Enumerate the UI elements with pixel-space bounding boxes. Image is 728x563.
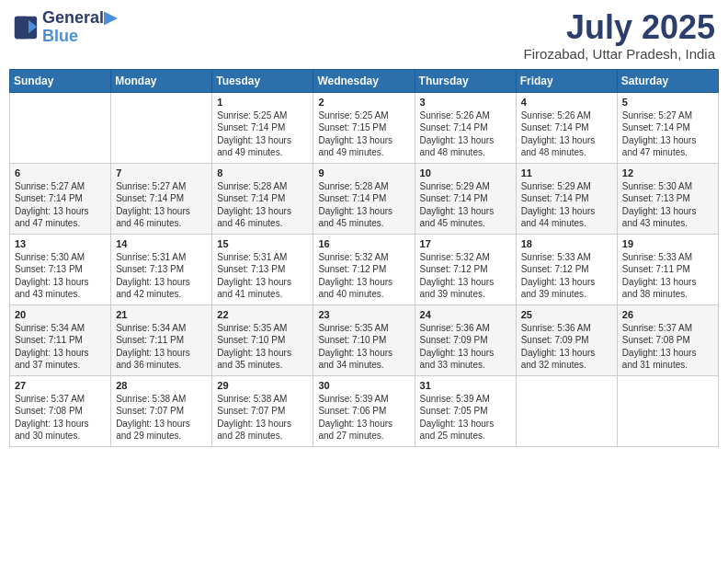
day-number: 24 — [420, 309, 511, 320]
week-row-2: 6Sunrise: 5:27 AM Sunset: 7:14 PM Daylig… — [10, 163, 719, 234]
day-content: Sunrise: 5:35 AM Sunset: 7:10 PM Dayligh… — [318, 322, 409, 372]
calendar-cell: 17Sunrise: 5:32 AM Sunset: 7:12 PM Dayli… — [415, 234, 516, 304]
day-content: Sunrise: 5:39 AM Sunset: 7:06 PM Dayligh… — [318, 393, 409, 442]
weekday-tuesday: Tuesday — [212, 69, 313, 92]
day-content: Sunrise: 5:26 AM Sunset: 7:14 PM Dayligh… — [521, 109, 612, 159]
day-content: Sunrise: 5:26 AM Sunset: 7:14 PM Dayligh… — [420, 109, 511, 159]
day-content: Sunrise: 5:39 AM Sunset: 7:05 PM Dayligh… — [420, 393, 511, 442]
weekday-header-row: SundayMondayTuesdayWednesdayThursdayFrid… — [10, 69, 719, 92]
day-number: 17 — [420, 238, 511, 249]
month-title: July 2025 — [524, 9, 715, 46]
logo: General▶ Blue — [13, 9, 117, 46]
calendar-cell: 27Sunrise: 5:37 AM Sunset: 7:08 PM Dayli… — [10, 375, 111, 446]
week-row-1: 1Sunrise: 5:25 AM Sunset: 7:14 PM Daylig… — [10, 92, 719, 163]
calendar-cell: 21Sunrise: 5:34 AM Sunset: 7:11 PM Dayli… — [111, 304, 212, 375]
day-content: Sunrise: 5:34 AM Sunset: 7:11 PM Dayligh… — [116, 322, 207, 372]
calendar-cell — [10, 92, 111, 163]
calendar-cell: 1Sunrise: 5:25 AM Sunset: 7:14 PM Daylig… — [212, 92, 313, 163]
calendar-table: SundayMondayTuesdayWednesdayThursdayFrid… — [9, 69, 719, 447]
calendar-cell: 29Sunrise: 5:38 AM Sunset: 7:07 PM Dayli… — [212, 375, 313, 446]
day-number: 29 — [217, 380, 308, 391]
calendar-cell: 15Sunrise: 5:31 AM Sunset: 7:13 PM Dayli… — [212, 234, 313, 304]
weekday-friday: Friday — [516, 69, 617, 92]
calendar-cell: 14Sunrise: 5:31 AM Sunset: 7:13 PM Dayli… — [111, 234, 212, 304]
svg-rect-2 — [15, 17, 28, 39]
day-number: 5 — [622, 97, 713, 108]
calendar-cell: 26Sunrise: 5:37 AM Sunset: 7:08 PM Dayli… — [617, 304, 718, 375]
logo-icon — [13, 15, 39, 40]
day-number: 3 — [420, 97, 511, 108]
day-number: 30 — [318, 380, 409, 391]
day-content: Sunrise: 5:27 AM Sunset: 7:14 PM Dayligh… — [116, 180, 207, 230]
day-content: Sunrise: 5:37 AM Sunset: 7:08 PM Dayligh… — [15, 393, 106, 442]
calendar-cell: 9Sunrise: 5:28 AM Sunset: 7:14 PM Daylig… — [313, 163, 415, 234]
calendar-cell — [516, 375, 617, 446]
day-content: Sunrise: 5:25 AM Sunset: 7:15 PM Dayligh… — [318, 109, 409, 159]
day-content: Sunrise: 5:36 AM Sunset: 7:09 PM Dayligh… — [420, 322, 511, 372]
day-number: 27 — [15, 380, 106, 391]
weekday-saturday: Saturday — [617, 69, 718, 92]
calendar-cell: 30Sunrise: 5:39 AM Sunset: 7:06 PM Dayli… — [313, 375, 415, 446]
title-block: July 2025 Firozabad, Uttar Pradesh, Indi… — [524, 9, 715, 62]
day-number: 13 — [15, 238, 106, 249]
calendar-cell: 24Sunrise: 5:36 AM Sunset: 7:09 PM Dayli… — [415, 304, 516, 375]
calendar-cell — [617, 375, 718, 446]
day-content: Sunrise: 5:30 AM Sunset: 7:13 PM Dayligh… — [622, 180, 713, 230]
day-number: 12 — [622, 167, 713, 178]
day-number: 31 — [420, 380, 511, 391]
day-number: 26 — [622, 309, 713, 320]
day-content: Sunrise: 5:34 AM Sunset: 7:11 PM Dayligh… — [15, 322, 106, 372]
day-number: 9 — [318, 167, 409, 178]
day-content: Sunrise: 5:35 AM Sunset: 7:10 PM Dayligh… — [217, 322, 308, 372]
calendar-cell: 8Sunrise: 5:28 AM Sunset: 7:14 PM Daylig… — [212, 163, 313, 234]
week-row-5: 27Sunrise: 5:37 AM Sunset: 7:08 PM Dayli… — [10, 375, 719, 446]
day-number: 28 — [116, 380, 207, 391]
day-content: Sunrise: 5:30 AM Sunset: 7:13 PM Dayligh… — [15, 251, 106, 301]
calendar-cell: 28Sunrise: 5:38 AM Sunset: 7:07 PM Dayli… — [111, 375, 212, 446]
calendar-cell: 3Sunrise: 5:26 AM Sunset: 7:14 PM Daylig… — [415, 92, 516, 163]
calendar-cell: 2Sunrise: 5:25 AM Sunset: 7:15 PM Daylig… — [313, 92, 415, 163]
day-number: 1 — [217, 97, 308, 108]
day-number: 14 — [116, 238, 207, 249]
week-row-4: 20Sunrise: 5:34 AM Sunset: 7:11 PM Dayli… — [10, 304, 719, 375]
day-number: 15 — [217, 238, 308, 249]
day-number: 4 — [521, 97, 612, 108]
day-content: Sunrise: 5:28 AM Sunset: 7:14 PM Dayligh… — [217, 180, 308, 230]
day-content: Sunrise: 5:27 AM Sunset: 7:14 PM Dayligh… — [15, 180, 106, 230]
day-content: Sunrise: 5:31 AM Sunset: 7:13 PM Dayligh… — [116, 251, 207, 301]
calendar-body: 1Sunrise: 5:25 AM Sunset: 7:14 PM Daylig… — [10, 92, 719, 446]
calendar-cell: 25Sunrise: 5:36 AM Sunset: 7:09 PM Dayli… — [516, 304, 617, 375]
day-number: 2 — [318, 97, 409, 108]
day-number: 16 — [318, 238, 409, 249]
day-content: Sunrise: 5:29 AM Sunset: 7:14 PM Dayligh… — [521, 180, 612, 230]
day-content: Sunrise: 5:29 AM Sunset: 7:14 PM Dayligh… — [420, 180, 511, 230]
day-number: 7 — [116, 167, 207, 178]
calendar-cell: 22Sunrise: 5:35 AM Sunset: 7:10 PM Dayli… — [212, 304, 313, 375]
day-content: Sunrise: 5:33 AM Sunset: 7:11 PM Dayligh… — [622, 251, 713, 301]
calendar-cell: 18Sunrise: 5:33 AM Sunset: 7:12 PM Dayli… — [516, 234, 617, 304]
day-number: 20 — [15, 309, 106, 320]
calendar-cell: 12Sunrise: 5:30 AM Sunset: 7:13 PM Dayli… — [617, 163, 718, 234]
day-content: Sunrise: 5:32 AM Sunset: 7:12 PM Dayligh… — [318, 251, 409, 301]
day-content: Sunrise: 5:33 AM Sunset: 7:12 PM Dayligh… — [521, 251, 612, 301]
day-number: 10 — [420, 167, 511, 178]
weekday-monday: Monday — [111, 69, 212, 92]
day-content: Sunrise: 5:32 AM Sunset: 7:12 PM Dayligh… — [420, 251, 511, 301]
day-number: 22 — [217, 309, 308, 320]
calendar-cell: 16Sunrise: 5:32 AM Sunset: 7:12 PM Dayli… — [313, 234, 415, 304]
weekday-thursday: Thursday — [415, 69, 516, 92]
calendar-cell: 4Sunrise: 5:26 AM Sunset: 7:14 PM Daylig… — [516, 92, 617, 163]
calendar-cell — [111, 92, 212, 163]
week-row-3: 13Sunrise: 5:30 AM Sunset: 7:13 PM Dayli… — [10, 234, 719, 304]
day-number: 21 — [116, 309, 207, 320]
calendar-cell: 11Sunrise: 5:29 AM Sunset: 7:14 PM Dayli… — [516, 163, 617, 234]
day-content: Sunrise: 5:28 AM Sunset: 7:14 PM Dayligh… — [318, 180, 409, 230]
day-content: Sunrise: 5:31 AM Sunset: 7:13 PM Dayligh… — [217, 251, 308, 301]
weekday-wednesday: Wednesday — [313, 69, 415, 92]
day-content: Sunrise: 5:37 AM Sunset: 7:08 PM Dayligh… — [622, 322, 713, 372]
day-content: Sunrise: 5:25 AM Sunset: 7:14 PM Dayligh… — [217, 109, 308, 159]
location-title: Firozabad, Uttar Pradesh, India — [524, 46, 715, 62]
calendar-cell: 5Sunrise: 5:27 AM Sunset: 7:14 PM Daylig… — [617, 92, 718, 163]
calendar-cell: 31Sunrise: 5:39 AM Sunset: 7:05 PM Dayli… — [415, 375, 516, 446]
day-number: 8 — [217, 167, 308, 178]
